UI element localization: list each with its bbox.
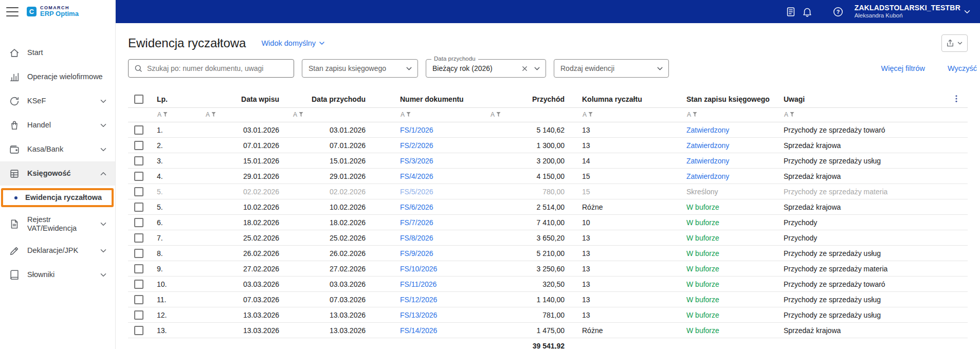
document-link[interactable]: FS/10/2026 xyxy=(400,265,437,273)
document-link[interactable]: FS/2/2026 xyxy=(400,141,433,150)
document-link[interactable]: FS/6/2026 xyxy=(400,203,433,211)
table-row[interactable]: 6. 18.02.2026 18.02.2026 FS/7/2026 7 410… xyxy=(128,215,968,230)
chevron-down-icon xyxy=(99,246,108,255)
bell-icon[interactable] xyxy=(799,4,815,20)
sidebar-item-kasa-bank[interactable]: Kasa/Bank xyxy=(0,137,115,161)
table-row[interactable]: 7. 25.02.2026 25.02.2026 FS/8/2026 3 650… xyxy=(128,230,968,246)
column-header-kolumna-ryczaltu[interactable]: Kolumna ryczałtu xyxy=(571,95,674,103)
row-checkbox[interactable] xyxy=(134,326,143,335)
chevron-down-icon[interactable] xyxy=(963,7,972,16)
row-checkbox[interactable] xyxy=(134,156,143,166)
column-header-przychod[interactable]: Przychód xyxy=(475,95,571,103)
multi-company-icon xyxy=(8,71,21,83)
document-link[interactable]: FS/8/2026 xyxy=(400,234,433,242)
more-filters-link[interactable]: Więcej filtrów xyxy=(881,64,925,72)
cell-kolumna-ryczaltu: 13 xyxy=(571,234,674,242)
document-link[interactable]: FS/9/2026 xyxy=(400,249,433,258)
reports-icon[interactable] xyxy=(783,4,799,20)
sidebar-item-label: Kasa/Bank xyxy=(27,145,63,154)
sidebar-item-slowniki[interactable]: Słowniki xyxy=(0,263,115,287)
clear-icon[interactable] xyxy=(521,65,529,72)
document-link[interactable]: FS/3/2026 xyxy=(400,157,433,165)
sidebar-item-deklaracje-jpk[interactable]: Deklaracje/JPK xyxy=(0,238,115,263)
column-filter-icon[interactable]: A xyxy=(400,111,411,118)
row-checkbox[interactable] xyxy=(134,249,143,258)
sidebar-item-ksef[interactable]: KSeF xyxy=(0,89,115,113)
filter-data-przychodu[interactable]: Data przychodu Bieżący rok (2026) xyxy=(426,59,546,78)
column-header-lp[interactable]: Lp. xyxy=(153,95,198,103)
row-checkbox[interactable] xyxy=(134,218,143,227)
document-link[interactable]: FS/7/2026 xyxy=(400,218,433,227)
row-checkbox[interactable] xyxy=(134,125,143,135)
help-icon[interactable]: ? xyxy=(830,4,846,20)
column-filter-icon[interactable]: A xyxy=(293,111,304,118)
row-checkbox[interactable] xyxy=(134,280,143,289)
view-selector[interactable]: Widok domyślny xyxy=(261,39,326,47)
cell-data-przychodu: 10.02.2026 xyxy=(285,203,372,211)
row-checkbox[interactable] xyxy=(134,264,143,273)
column-filter-icon[interactable]: A xyxy=(784,111,795,118)
cell-data-wpisu: 02.02.2026 xyxy=(198,188,285,196)
status-badge: Zatwierdzony xyxy=(686,157,729,165)
row-checkbox[interactable] xyxy=(134,233,143,243)
column-header-uwagi[interactable]: Uwagi xyxy=(782,95,945,103)
cell-data-wpisu: 10.02.2026 xyxy=(198,203,285,211)
document-link[interactable]: FS/1/2026 xyxy=(400,126,433,134)
table-row[interactable]: 3. 15.01.2026 15.01.2026 FS/3/2026 3 200… xyxy=(128,153,968,169)
svg-text:A: A xyxy=(784,111,788,118)
sidebar-item-ewidencja-ryczaltowa[interactable]: Ewidencja ryczałtowa xyxy=(0,186,115,210)
table-row[interactable]: 2. 07.01.2026 07.01.2026 FS/2/2026 1 300… xyxy=(128,138,968,153)
document-link[interactable]: FS/11/2026 xyxy=(400,280,437,288)
user-menu[interactable]: ZAKLADSTOLARSKI_TESTBR Aleksandra Kuboń xyxy=(855,4,960,20)
document-link[interactable]: FS/12/2026 xyxy=(400,296,437,304)
row-checkbox[interactable] xyxy=(134,172,143,181)
cell-kolumna-ryczaltu: 14 xyxy=(571,157,674,165)
table-row[interactable]: 1. 03.01.2026 03.01.2026 FS/1/2026 5 140… xyxy=(128,122,968,138)
row-checkbox[interactable] xyxy=(134,310,143,320)
clear-filters-link[interactable]: Wyczyść xyxy=(948,64,977,72)
row-checkbox[interactable] xyxy=(134,141,143,150)
document-link[interactable]: FS/13/2026 xyxy=(400,311,437,319)
document-link[interactable]: FS/4/2026 xyxy=(400,172,433,180)
row-checkbox[interactable] xyxy=(134,203,143,212)
document-link[interactable]: FS/14/2026 xyxy=(400,326,437,335)
filter-rodzaj-ewidencji[interactable]: Rodzaj ewidencji xyxy=(554,59,669,78)
table-row[interactable]: 5. 10.02.2026 10.02.2026 FS/6/2026 2 514… xyxy=(128,199,968,215)
row-checkbox[interactable] xyxy=(134,187,143,196)
cell-lp: 13. xyxy=(153,326,198,335)
search-input[interactable] xyxy=(147,64,288,72)
export-button[interactable] xyxy=(941,34,968,52)
filter-stan-zapisu[interactable]: Stan zapisu księgowego xyxy=(302,59,418,78)
svg-text:A: A xyxy=(583,111,587,118)
sidebar-item-start[interactable]: Start xyxy=(0,41,115,65)
sidebar-item-ksiegowosc[interactable]: Księgowość xyxy=(0,161,115,186)
table-row[interactable]: 10. 03.03.2026 03.03.2026 FS/11/2026 320… xyxy=(128,277,968,292)
document-link[interactable]: FS/5/2026 xyxy=(400,188,433,196)
column-header-stan-zapisu[interactable]: Stan zapisu księgowego xyxy=(674,95,782,103)
table-row[interactable]: 11. 07.03.2026 07.03.2026 FS/12/2026 1 1… xyxy=(128,292,968,307)
select-all-checkbox[interactable] xyxy=(134,95,143,104)
column-filter-icon[interactable]: A xyxy=(490,111,501,118)
column-filter-icon[interactable]: A xyxy=(582,111,593,118)
sidebar-item-rejestr-vat[interactable]: RejestrVAT/Ewidencja xyxy=(0,210,115,238)
cell-kolumna-ryczaltu: Różne xyxy=(571,203,674,211)
sidebar-item-handel[interactable]: Handel xyxy=(0,113,115,137)
table-row[interactable]: 5. 02.02.2026 02.02.2026 FS/5/2026 780,0… xyxy=(128,184,968,199)
row-checkbox[interactable] xyxy=(134,295,143,304)
more-vertical-icon[interactable] xyxy=(952,94,961,103)
table-row[interactable]: 12. 13.03.2026 13.03.2026 FS/13/2026 781… xyxy=(128,307,968,323)
menu-icon[interactable] xyxy=(6,7,19,16)
svg-text:A: A xyxy=(157,111,161,118)
table-row[interactable]: 13. 13.03.2026 13.03.2026 FS/14/2026 1 4… xyxy=(128,323,968,338)
column-filter-icon[interactable]: A xyxy=(686,111,698,118)
column-header-numer-dokumentu[interactable]: Numer dokumentu xyxy=(372,95,475,103)
table-row[interactable]: 4. 29.01.2026 29.01.2026 FS/4/2026 4 150… xyxy=(128,169,968,184)
sidebar-item-operacje-wielofirmowe[interactable]: Operacje wielofirmowe xyxy=(0,65,115,89)
sidebar-nav: Start Operacje wielofirmowe KSeF Ha xyxy=(0,23,115,287)
column-header-data-wpisu[interactable]: Data wpisu xyxy=(198,95,285,103)
table-row[interactable]: 8. 26.02.2026 26.02.2026 FS/9/2026 5 210… xyxy=(128,246,968,261)
column-filter-icon[interactable]: A xyxy=(157,111,168,118)
column-header-data-przychodu[interactable]: Data przychodu xyxy=(285,95,372,103)
column-filter-icon[interactable]: A xyxy=(205,111,216,118)
table-row[interactable]: 9. 27.02.2026 27.02.2026 FS/10/2026 3 25… xyxy=(128,261,968,277)
